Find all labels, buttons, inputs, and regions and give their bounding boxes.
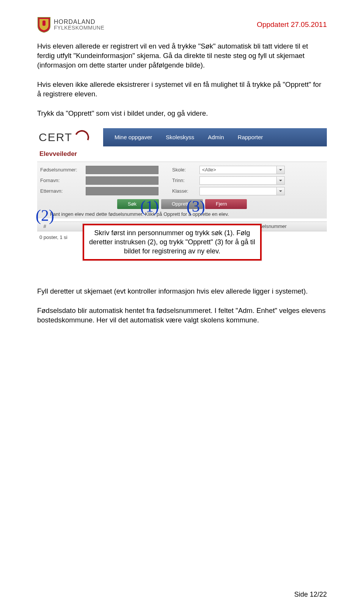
breadcrumb: Elevveileder	[37, 146, 327, 162]
svg-rect-0	[42, 20, 46, 26]
label-etternavn: Etternavn:	[40, 188, 86, 194]
nav-item[interactable]: Admin	[208, 134, 224, 140]
chevron-down-icon[interactable]	[276, 166, 285, 174]
label-trinn: Trinn:	[172, 178, 199, 183]
select-klasse[interactable]	[199, 187, 277, 195]
org-line1: HORDALAND	[54, 19, 104, 25]
annotation-2: (2)	[36, 206, 54, 225]
paragraph-5: Fødselsdato blir automatisk hentet fra f…	[37, 306, 327, 325]
label-klasse: Klasse:	[172, 188, 199, 194]
org-line2: FYLKESKOMMUNE	[54, 25, 104, 30]
status-message: Fant ingen elev med dette fødselsnummer.…	[40, 211, 324, 217]
chevron-down-icon[interactable]	[276, 187, 285, 195]
label-fnr: Fødselsnummer:	[40, 167, 86, 173]
paragraph-3: Trykk da "Opprett" som vist i bildet und…	[37, 109, 327, 118]
annotation-1: (1)	[140, 197, 159, 215]
col-fnr: Fødselsnummer	[251, 223, 327, 229]
nav-item[interactable]: Rapporter	[238, 134, 263, 140]
app-logo: CERT	[37, 128, 103, 146]
nav-item[interactable]: Skoleskyss	[166, 134, 194, 140]
label-fornavn: Fornavn:	[40, 178, 86, 183]
select-trinn[interactable]	[199, 176, 277, 185]
label-skole: Skole:	[172, 167, 199, 173]
paragraph-2: Hvis eleven ikke allerede eksistrerer i …	[37, 80, 327, 99]
input-fornavn[interactable]	[86, 176, 158, 185]
input-etternavn[interactable]	[86, 187, 158, 195]
nav-item[interactable]: Mine oppgaver	[115, 134, 152, 140]
input-fnr[interactable]	[86, 166, 158, 174]
page-number: Side 12/22	[294, 591, 327, 599]
select-skole[interactable]: <Alle>	[199, 166, 277, 174]
clear-button[interactable]: Fjern	[205, 199, 247, 209]
shield-icon	[37, 17, 51, 33]
paragraph-1: Hvis eleven allerede er registrert vil e…	[37, 42, 327, 70]
arc-icon	[73, 128, 91, 146]
app-screenshot: CERT Mine oppgaver Skoleskyss Admin Rapp…	[37, 128, 327, 272]
annotation-3: (3)	[187, 197, 205, 215]
chevron-down-icon[interactable]	[276, 176, 285, 185]
paragraph-4: Fyll deretter ut skjemaet (evt kontrolle…	[37, 287, 327, 296]
instruction-callout: Skriv først inn personnummer og trykk sø…	[83, 224, 262, 261]
updated-date: Oppdatert 27.05.2011	[257, 20, 327, 29]
